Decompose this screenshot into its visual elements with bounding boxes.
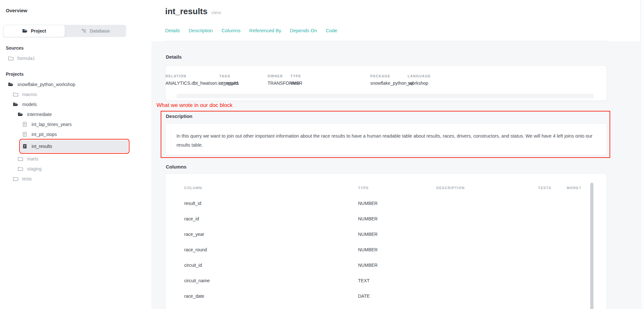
source-item[interactable]: formula1 (0, 53, 151, 63)
column-name-cell: race_date (184, 294, 204, 299)
page-title: int_results (165, 6, 208, 16)
column-type-cell: NUMBER (358, 263, 378, 268)
tabs-bar: Details Description Columns Referenced B… (165, 28, 337, 33)
project-toggle-label: Project (31, 28, 46, 34)
column-type-cell: DATE (358, 294, 370, 299)
details-card: TAGS untagged OWNER TRANSFORMER TYPE vie… (165, 65, 607, 101)
tree-item-label: int_results (32, 144, 52, 149)
detail-field-value: ANALYTICS.dbt_hwatson.int_results (166, 81, 239, 86)
columns-table-row[interactable]: circuit_name TEXT (166, 273, 607, 288)
folder-closed-icon (13, 92, 18, 97)
detail-field: TYPE view (290, 74, 301, 86)
tree-item-label: snowflake_python_workshop (17, 82, 75, 87)
column-header-label: TESTS (538, 186, 551, 190)
columns-table-row[interactable]: result_id NUMBER (166, 196, 607, 211)
projects-heading: Projects (6, 72, 151, 77)
tree-item-label: int_lap_times_years (32, 122, 72, 127)
column-header-label: COLUMN (184, 186, 202, 190)
folder-closed-icon (8, 55, 14, 61)
page-scrollbar-gutter[interactable] (640, 0, 644, 309)
columns-card: COLUMN TYPE DESCRIPTION TESTS MORE? resu… (165, 173, 607, 309)
columns-table-row[interactable]: race_date DATE (166, 288, 607, 304)
tab-item[interactable]: Depends On (290, 28, 317, 33)
folder-closed-icon (17, 156, 23, 161)
document-solid-icon (22, 144, 28, 149)
sidebar-tree-item[interactable]: int_pit_stops (0, 129, 151, 139)
view-toggle: Project Database (3, 25, 126, 37)
detail-field-value: view (290, 81, 301, 86)
overview-title: Overview (6, 8, 151, 13)
folder-open-icon (13, 101, 18, 107)
annotation-text: What we wrote in our doc block (156, 102, 232, 109)
main-content: int_results view Details Description Col… (165, 0, 607, 309)
tab-item[interactable]: Code (326, 28, 337, 33)
column-name-cell: race_id (184, 216, 199, 221)
page-root: Overview Project Database Sources (0, 0, 644, 309)
columns-table-row[interactable]: race_time TIME (166, 304, 607, 309)
lineage-icon (81, 28, 87, 34)
sidebar-tree-item[interactable]: macros (0, 89, 151, 99)
document-icon (22, 121, 28, 127)
columns-table-row[interactable]: race_round NUMBER (166, 242, 607, 257)
tab-item[interactable]: Description (189, 28, 213, 33)
columns-table-row[interactable]: race_id NUMBER (166, 211, 607, 227)
tab-item[interactable]: Details (165, 28, 180, 33)
detail-field-value: sql (408, 81, 431, 86)
folder-open-icon (8, 82, 14, 87)
tabs-divider (165, 41, 607, 41)
tree-item-label: marts (27, 156, 38, 161)
sidebar-tree-item[interactable]: marts (0, 154, 151, 164)
tab-item[interactable]: Referenced By (249, 28, 281, 33)
details-section-heading: Details (166, 54, 182, 60)
tree-item-label: tests (22, 176, 32, 181)
columns-table-row[interactable]: circuit_id NUMBER (166, 257, 607, 273)
columns-table-row[interactable]: race_year NUMBER (166, 227, 607, 242)
sidebar-tree-item[interactable]: tests (0, 174, 151, 184)
sidebar-tree-item[interactable]: snowflake_python_workshop (0, 79, 151, 89)
sources-list: formula1 (0, 53, 151, 63)
columns-scrollbar-thumb[interactable] (590, 183, 593, 309)
column-header-label: TYPE (358, 186, 369, 190)
column-name-cell: race_round (184, 247, 207, 252)
database-toggle-label: Database (90, 28, 110, 34)
folder-open-icon (17, 111, 23, 117)
tree-item-label: models (22, 102, 37, 107)
column-type-cell: NUMBER (358, 232, 378, 237)
sidebar-tree-item[interactable]: models (0, 99, 151, 109)
column-type-cell: TEXT (358, 278, 370, 283)
detail-field: LANGUAGE sql (408, 74, 431, 86)
column-header-label: MORE? (567, 186, 582, 190)
tree-item-label: staging (27, 166, 42, 171)
column-name-cell: circuit_name (184, 278, 210, 283)
column-name-cell: circuit_id (184, 263, 202, 268)
sidebar: Overview Project Database Sources (0, 0, 151, 309)
column-type-cell: NUMBER (358, 216, 378, 221)
detail-field-label: TYPE (290, 74, 301, 78)
sidebar-tree-item[interactable]: intermediate (0, 109, 151, 119)
detail-field: RELATION ANALYTICS.dbt_hwatson.int_resul… (166, 74, 239, 86)
sidebar-tree-item[interactable]: int_lap_times_years (0, 119, 151, 129)
columns-table: result_id NUMBER race_id NUMBER race_yea… (166, 196, 607, 309)
folder-closed-icon (13, 176, 18, 181)
column-type-cell: NUMBER (358, 201, 378, 206)
columns-section-heading: Columns (166, 164, 186, 169)
page-title-row: int_results view (165, 6, 221, 16)
source-item-label: formula1 (17, 56, 35, 61)
tab-item[interactable]: Columns (222, 28, 241, 33)
model-type-badge: view (212, 10, 221, 15)
sources-heading: Sources (6, 45, 151, 51)
project-toggle-button[interactable]: Project (3, 25, 65, 37)
tree-item-label: int_pit_stops (32, 132, 57, 137)
details-footer-bar (176, 94, 594, 98)
project-tree: snowflake_python_workshop (0, 79, 151, 184)
sidebar-tree-item[interactable]: staging (0, 164, 151, 174)
description-card: In this query we want to join out other … (165, 123, 607, 155)
database-toggle-button[interactable]: Database (65, 25, 126, 37)
detail-field-label: RELATION (166, 74, 239, 78)
description-text: In this query we want to join out other … (166, 124, 607, 150)
column-type-cell: NUMBER (358, 247, 378, 252)
tree-item-label: macros (22, 92, 37, 97)
folder-closed-icon (17, 166, 23, 171)
folder-icon (22, 29, 28, 33)
sidebar-tree-item[interactable]: int_results (21, 140, 128, 152)
